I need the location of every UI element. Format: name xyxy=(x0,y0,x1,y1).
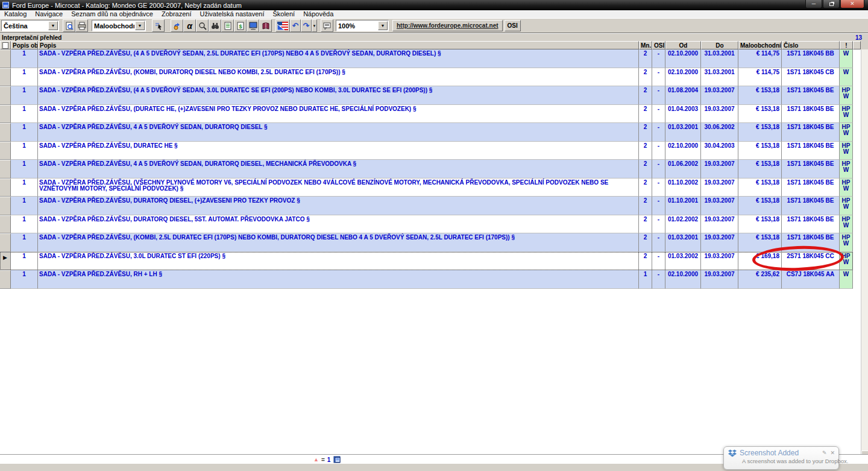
cell-mn: 2 xyxy=(639,49,652,68)
cell-do: 19.03.2007 xyxy=(701,270,738,289)
alpha-index-button[interactable]: α xyxy=(183,19,196,32)
row-selector-gutter[interactable] xyxy=(0,270,11,289)
print-preview-button[interactable] xyxy=(63,19,75,32)
column-header-osi[interactable]: OSI xyxy=(652,41,665,49)
row-selector-gutter[interactable] xyxy=(0,160,11,179)
close-button[interactable]: ✕ xyxy=(840,0,864,8)
cell-mn: 2 xyxy=(639,142,652,160)
table-row[interactable]: 1SADA - VZPĚRA PŘED.ZÁVĚSU, (DURATEC HE,… xyxy=(0,105,853,124)
row-selector-gutter[interactable] xyxy=(0,105,11,124)
row-selector-gutter[interactable] xyxy=(0,86,11,105)
table-row[interactable]: 1SADA - VZPĚRA PŘED.ZÁVĚSU, (VŠECHNY PLY… xyxy=(0,179,853,197)
notes-book-icon[interactable] xyxy=(333,456,341,463)
handbook-button[interactable] xyxy=(259,19,272,32)
locale-flag-button[interactable] xyxy=(275,19,290,32)
price-list-button[interactable]: $ xyxy=(234,19,247,32)
price-mode-select[interactable]: Maloobchodní v ▼ xyxy=(92,20,146,31)
chevron-down-icon[interactable]: ▼ xyxy=(378,21,388,30)
row-selector-gutter[interactable] xyxy=(0,123,11,142)
print-button[interactable] xyxy=(75,19,88,32)
minimize-button[interactable]: ─ xyxy=(805,0,822,8)
transfer-pointer-button[interactable] xyxy=(152,19,165,32)
menu-item-5[interactable]: Uživatelská nastavení xyxy=(195,10,268,18)
cell-od: 02.10.2000 xyxy=(665,49,701,68)
section-header: Interpretační přehled 13 xyxy=(0,33,868,41)
table-row[interactable]: 1SADA - VZPĚRA PŘED.ZÁVĚSU, (KOMBI, DURA… xyxy=(0,68,853,87)
selected-row-arrow[interactable]: ▶ xyxy=(0,252,11,271)
cell-do: 19.03.2007 xyxy=(701,197,738,215)
row-selector-gutter[interactable] xyxy=(0,233,11,252)
toast-message: A screenshot was added to your Dropbox. xyxy=(728,458,835,464)
svg-text:$: $ xyxy=(239,23,242,29)
column-header-price[interactable]: Maloobchodní v xyxy=(738,41,782,49)
zoom-tool-button[interactable] xyxy=(196,19,209,32)
column-header-flag[interactable]: ! xyxy=(840,41,853,49)
cell-price: € 153,18 xyxy=(738,215,782,234)
cell-desc: SADA - VZPĚRA PŘED.ZÁVĚSU, (DURATEC HE, … xyxy=(38,105,639,124)
table-row[interactable]: 1SADA - VZPĚRA PŘED.ZÁVĚSU, DURATORQ DIE… xyxy=(0,215,853,234)
dropbox-toast: Screenshot Added ✎ ✕ A screenshot was ad… xyxy=(723,446,839,470)
microcat-url-link[interactable]: http://www.fordeurope.microcat.net xyxy=(392,20,503,31)
cell-osi: - xyxy=(652,68,665,87)
table-row[interactable]: ▶1SADA - VZPĚRA PŘED.ZÁVĚSU, 3.0L DURATE… xyxy=(0,252,853,271)
column-header-od[interactable]: Od xyxy=(665,41,701,49)
table-row[interactable]: 1SADA - VZPĚRA PŘED.ZÁVĚSU, DURATORQ DIE… xyxy=(0,197,853,215)
table-row[interactable]: 1SADA - VZPĚRA PŘED.ZÁVĚSU, RH + LH §1-0… xyxy=(0,270,853,289)
menu-item-2[interactable]: Navigace xyxy=(31,10,67,18)
row-count-badge: 13 xyxy=(855,34,862,41)
cell-desc: SADA - VZPĚRA PŘED.ZÁVĚSU, (KOMBI, 2.5L … xyxy=(38,233,639,252)
table-row[interactable]: 1SADA - VZPĚRA PŘED.ZÁVĚSU, 4 A 5 DVEŘOV… xyxy=(0,123,853,142)
row-selector-gutter[interactable] xyxy=(0,215,11,234)
select-all-checkbox[interactable] xyxy=(2,42,8,49)
redo-dropdown-button[interactable]: ▼ xyxy=(312,19,317,32)
menu-item-1[interactable]: Katalog xyxy=(0,10,31,18)
cell-price: € 153,18 xyxy=(738,160,782,179)
table-row[interactable]: 1SADA - VZPĚRA PŘED.ZÁVĚSU, (4 A 5 DVEŘO… xyxy=(0,86,853,105)
zoom-select[interactable]: 100% ▼ xyxy=(336,20,389,31)
column-header-popis[interactable]: Popis xyxy=(38,41,639,49)
cell-num: 1S71 18K045 BE xyxy=(782,105,840,124)
undo-button[interactable]: ↶ xyxy=(290,19,301,32)
row-selector-gutter[interactable] xyxy=(0,179,11,197)
cell-desc: SADA - VZPĚRA PŘED.ZÁVĚSU, 4 A 5 DVEŘOVÝ… xyxy=(38,123,639,142)
book-icon xyxy=(262,22,270,30)
toast-options-icon[interactable]: ✎ xyxy=(822,450,827,456)
cell-od: 01.06.2002 xyxy=(665,160,701,179)
cell-img: 1 xyxy=(11,252,38,271)
redo-button[interactable]: ↷ xyxy=(301,19,312,32)
chevron-down-icon[interactable]: ▼ xyxy=(135,21,145,30)
column-header-do[interactable]: Do xyxy=(701,41,738,49)
cell-img: 1 xyxy=(11,86,38,105)
feedback-note-button[interactable] xyxy=(321,19,333,32)
menu-item-4[interactable]: Zobrazení xyxy=(157,10,196,18)
table-row[interactable]: 1SADA - VZPĚRA PŘED.ZÁVĚSU, DURATEC HE §… xyxy=(0,142,853,160)
osi-button[interactable]: OSI xyxy=(505,20,521,31)
column-header-mn[interactable]: Mn. xyxy=(639,41,652,49)
cell-od: 01.10.2002 xyxy=(665,179,701,197)
menu-item-3[interactable]: Seznam dílů na objednávce xyxy=(67,10,157,18)
toast-close-icon[interactable]: ✕ xyxy=(830,450,835,456)
cell-num: 1S71 18K045 BB xyxy=(782,49,840,68)
row-selector-gutter[interactable] xyxy=(0,197,11,215)
cell-desc: SADA - VZPĚRA PŘED.ZÁVĚSU, DURATORQ DIES… xyxy=(38,215,639,234)
restore-button[interactable] xyxy=(823,0,840,8)
table-row[interactable]: 1SADA - VZPĚRA PŘED.ZÁVĚSU, (KOMBI, 2.5L… xyxy=(0,233,853,252)
graphical-index-button[interactable] xyxy=(171,19,183,32)
find-button[interactable] xyxy=(209,19,221,32)
table-row[interactable]: 1SADA - VZPĚRA PŘED.ZÁVĚSU, (4 A 5 DVEŘO… xyxy=(0,49,853,68)
display-settings-button[interactable] xyxy=(247,19,259,32)
column-header-cislo[interactable]: Číslo xyxy=(782,41,840,49)
row-selector-gutter[interactable] xyxy=(0,142,11,160)
column-header-popis-obra[interactable]: Popis obrá: xyxy=(11,41,38,49)
flag-icon xyxy=(277,22,288,30)
language-select[interactable]: Čeština ▼ xyxy=(1,20,59,31)
parts-list-button[interactable] xyxy=(221,19,234,32)
row-selector-gutter[interactable] xyxy=(0,49,11,68)
vertical-scrollbar[interactable]: ▲ ▼ xyxy=(861,49,868,471)
chevron-down-icon[interactable]: ▼ xyxy=(48,21,58,30)
menu-item-7[interactable]: Nápověda xyxy=(299,10,338,18)
row-selector-gutter[interactable] xyxy=(0,68,11,87)
redo-icon: ↷ xyxy=(303,22,310,30)
menu-item-6[interactable]: Školení xyxy=(268,10,299,18)
table-row[interactable]: 1SADA - VZPĚRA PŘED.ZÁVĚSU, 4 A 5 DVEŘOV… xyxy=(0,160,853,179)
